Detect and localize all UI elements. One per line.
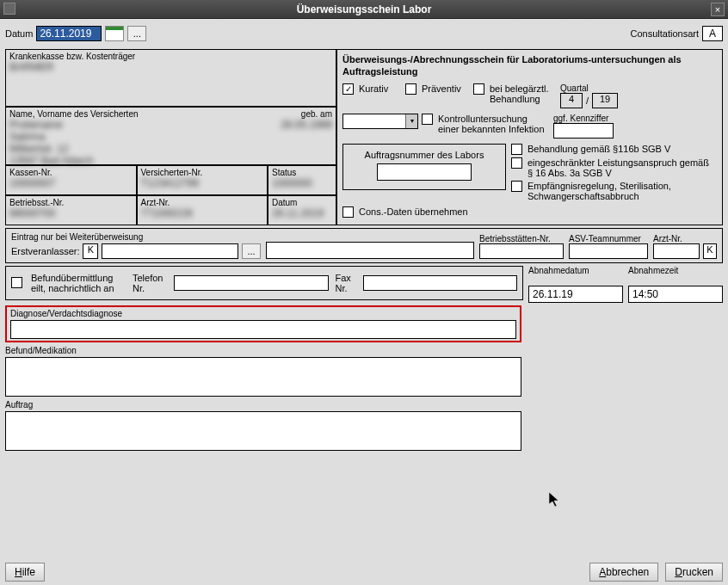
kontroll-checkbox[interactable] — [422, 114, 433, 125]
auftragsnr-input[interactable] — [377, 163, 472, 181]
quartal-q-input[interactable]: 4 — [560, 93, 583, 108]
geb-label: geb. am — [263, 109, 332, 119]
praventiv-checkbox[interactable] — [405, 83, 416, 95]
geb-value: 28.05.1989 — [263, 119, 332, 131]
window-title: Überweisungsschein Labor — [297, 3, 432, 15]
window-menu-icon[interactable] — [3, 3, 15, 15]
quartal-sep: / — [586, 95, 589, 106]
befundmed-input[interactable] — [5, 357, 521, 397]
empf-checkbox[interactable] — [511, 181, 522, 192]
titlebar: Überweisungsschein Labor × — [0, 0, 728, 19]
form-heading: Überweisungs-/Abrechnungsschein für Labo… — [342, 53, 717, 78]
eilt-label: Befundübermittlung eilt, nachrichtlich a… — [31, 273, 126, 293]
tel-label: Telefon Nr. — [133, 273, 167, 293]
erstveranlasser-k-input[interactable]: K — [83, 243, 98, 259]
kasse-label: Krankenkasse bzw. Kostenträger — [9, 52, 332, 61]
auftragsnr-label: Auftragsnummer des Labors — [350, 150, 498, 160]
name-label: Name, Vorname des Versicherten — [9, 109, 263, 119]
kontroll-select[interactable]: ▾ — [342, 114, 418, 129]
kassennr-value: 10000007 — [9, 177, 133, 189]
auftrag-input[interactable] — [5, 411, 521, 451]
erstveranlasser-input[interactable] — [102, 243, 238, 259]
abbrechen-button[interactable]: Abbrechen — [589, 563, 658, 582]
abdat-label: Abnahmedatum — [528, 266, 623, 275]
name-value: ProbenameSabrinaMilbertstr. 1213597 Bad … — [9, 119, 263, 167]
weiter-arztnr-k[interactable]: K — [703, 243, 717, 259]
kurativ-label: Kurativ — [359, 83, 402, 94]
eilt-checkbox[interactable] — [11, 277, 22, 288]
chevron-down-icon[interactable]: ▾ — [405, 114, 417, 128]
asv-input[interactable] — [569, 243, 648, 259]
hilfe-button[interactable]: Hilfe — [5, 563, 45, 582]
arztnr-label: Arzt-Nr. — [141, 198, 264, 207]
abzt-input[interactable]: 14:50 — [628, 286, 723, 303]
empf-label: Empfängnisregelung, Sterilisation, Schwa… — [527, 181, 717, 201]
weiter-title: Eintrag nur bei Weiterüberweisung — [11, 232, 261, 242]
patient-datum-label: Datum — [272, 198, 332, 207]
einschr-checkbox[interactable] — [511, 157, 522, 169]
diagnose-label: Diagnose/Verdachtsdiagnose — [10, 309, 516, 318]
consultationsart-input[interactable]: A — [702, 26, 723, 41]
kurativ-checkbox[interactable]: ✓ — [342, 83, 354, 95]
weiter-text-input[interactable] — [266, 242, 474, 259]
fax-input[interactable] — [363, 275, 518, 291]
erstveranlasser-label: Erstveranlasser: — [11, 246, 79, 256]
consdaten-label: Cons.-Daten übernehmen — [359, 206, 468, 217]
versnr-label: Versicherten-Nr. — [141, 168, 264, 177]
datum-label: Datum — [5, 28, 33, 39]
einschr-label: eingeschränkter Leistungsanspruch gemäß … — [527, 157, 717, 178]
status-label: Status — [272, 168, 332, 177]
betriebs-value: 88000700 — [9, 207, 133, 219]
weiter-arztnr-label: Arzt-Nr. — [653, 234, 717, 243]
bstn-input[interactable] — [479, 243, 564, 259]
betriebs-label: Betriebsst.-Nr. — [9, 198, 133, 207]
quartal-y-input[interactable]: 19 — [592, 93, 618, 108]
fax-label: Fax Nr. — [336, 273, 356, 293]
kontroll-label: Kontrolluntersuchung einer bekannten Inf… — [438, 114, 550, 134]
belegarzt-checkbox[interactable] — [473, 83, 484, 95]
consultationsart-label: Consultationsart — [631, 28, 700, 39]
praventiv-label: Präventiv — [422, 83, 470, 94]
status-value: 1000000 — [272, 177, 332, 189]
cursor-icon — [549, 492, 563, 509]
befundmed-label: Befund/Medikation — [5, 346, 521, 355]
consdaten-checkbox[interactable] — [342, 206, 354, 218]
tel-input[interactable] — [174, 275, 329, 291]
quartal-label: Quartal — [560, 83, 618, 93]
close-icon[interactable]: × — [711, 3, 725, 16]
datum-input[interactable]: 26.11.2019 — [36, 26, 102, 41]
datum-lookup-button[interactable]: ... — [127, 26, 146, 41]
bstn-label: Betriebsstätten-Nr. — [479, 234, 564, 243]
kennziffer-input[interactable] — [553, 123, 614, 139]
beh116-label: Behandlung gemäß §116b SGB V — [527, 144, 670, 154]
calendar-icon[interactable] — [105, 26, 124, 41]
kasse-value: BARMER — [9, 61, 332, 73]
belegarzt-label: bei belegärztl. Behandlung — [490, 83, 557, 104]
diagnose-input[interactable] — [10, 320, 516, 339]
versnr-value: T123412799 — [141, 177, 264, 189]
abzt-label: Abnahmezeit — [628, 266, 723, 275]
abdat-input[interactable]: 26.11.19 — [528, 286, 623, 303]
patient-datum-value: 26.11.2019 — [272, 207, 332, 219]
asv-label: ASV-Teamnummer — [569, 234, 648, 243]
kennziffer-label: ggf. Kennziffer — [553, 114, 614, 123]
auftrag-label: Auftrag — [5, 400, 521, 410]
beh116-checkbox[interactable] — [511, 144, 522, 155]
erstveranlasser-lookup-button[interactable]: ... — [242, 243, 261, 259]
kassennr-label: Kassen-Nr. — [9, 168, 133, 177]
drucken-button[interactable]: Drucken — [665, 563, 723, 582]
weiter-arztnr-input[interactable] — [653, 243, 700, 259]
arztnr-value: 771000228 — [141, 207, 264, 219]
